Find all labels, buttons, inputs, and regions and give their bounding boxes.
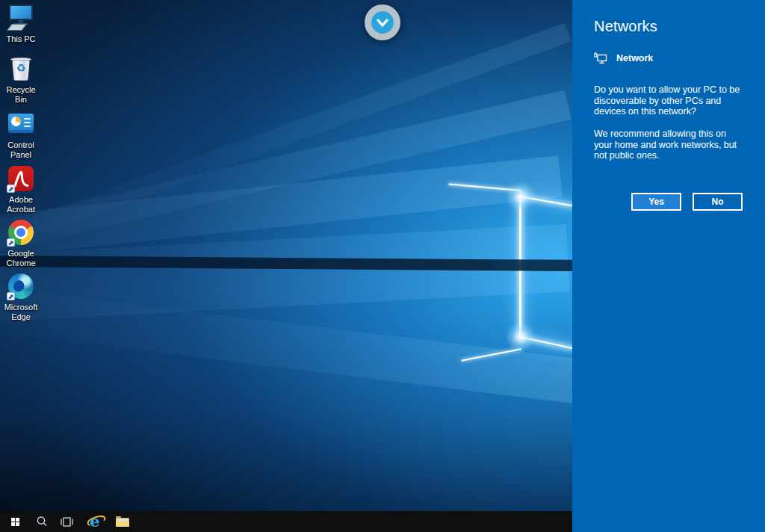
folder-icon <box>116 516 129 528</box>
start-button[interactable] <box>4 511 26 532</box>
microsoft-edge-icon: ⬈ <box>7 273 35 300</box>
icon-label: Microsoft Edge <box>1 303 41 322</box>
recycle-bin-icon: ♻ <box>7 55 35 83</box>
internet-explorer-button[interactable]: e <box>82 511 108 532</box>
shortcut-arrow-icon: ⬈ <box>7 292 15 300</box>
icon-label: Google Chrome <box>1 249 41 268</box>
expand-overlay-button[interactable] <box>365 4 400 40</box>
chevron-down-icon <box>371 11 394 34</box>
network-list-item[interactable]: Network <box>594 49 743 67</box>
task-view-icon <box>61 516 73 528</box>
no-button[interactable]: No <box>693 193 743 211</box>
wallpaper-dark-band <box>0 256 572 271</box>
desktop-icon-adobe-acrobat[interactable]: ⬈ Adobe Acrobat <box>1 165 41 214</box>
windows-logo-icon <box>11 518 19 526</box>
desktop-wallpaper <box>0 0 572 532</box>
file-explorer-button[interactable] <box>111 511 134 532</box>
icon-label: Control Panel <box>1 140 41 160</box>
wallpaper-dark-band <box>493 259 572 269</box>
desktop-icon-recycle-bin[interactable]: ♻ Recycle Bin <box>1 55 41 105</box>
desktop-icon-control-panel[interactable]: Control Panel <box>1 111 41 160</box>
windows-logo-edge <box>461 348 521 362</box>
taskbar: e <box>0 511 572 532</box>
shortcut-arrow-icon: ⬈ <box>7 185 15 193</box>
desktop-icon-this-pc[interactable]: This PC <box>1 4 41 44</box>
control-panel-icon <box>7 111 35 138</box>
desktop-icon-microsoft-edge[interactable]: ⬈ Microsoft Edge <box>1 273 41 322</box>
ethernet-icon <box>594 52 607 65</box>
task-view-button[interactable] <box>56 511 77 532</box>
icon-label: This PC <box>1 34 41 44</box>
shortcut-arrow-icon: ⬈ <box>7 238 15 247</box>
desktop-icon-google-chrome[interactable]: ⬈ Google Chrome <box>1 219 41 268</box>
google-chrome-icon: ⬈ <box>7 219 35 247</box>
panel-title: Networks <box>594 18 657 35</box>
internet-explorer-icon: e <box>90 514 99 529</box>
search-icon <box>36 516 48 528</box>
discoverability-question: Do you want to allow your PC to be disco… <box>594 84 746 117</box>
network-name: Network <box>616 53 653 64</box>
adobe-acrobat-icon: ⬈ <box>7 165 35 193</box>
light-ray <box>0 283 572 403</box>
logo-corner-glow <box>506 182 536 211</box>
icon-label: Recycle Bin <box>1 85 41 105</box>
icon-label: Adobe Acrobat <box>1 195 41 214</box>
taskbar-search-button[interactable] <box>31 511 52 532</box>
networks-flyout-panel: Networks Network Do you want to allow yo… <box>572 0 765 532</box>
yes-button[interactable]: Yes <box>631 193 681 211</box>
recommendation-text: We recommend allowing this on your home … <box>594 129 746 161</box>
windows-desktop: This PC ♻ Recycle Bin Control Panel ⬈ Ad… <box>0 0 765 532</box>
this-pc-icon <box>7 4 35 32</box>
light-ray <box>0 224 569 331</box>
logo-corner-glow <box>506 322 536 352</box>
